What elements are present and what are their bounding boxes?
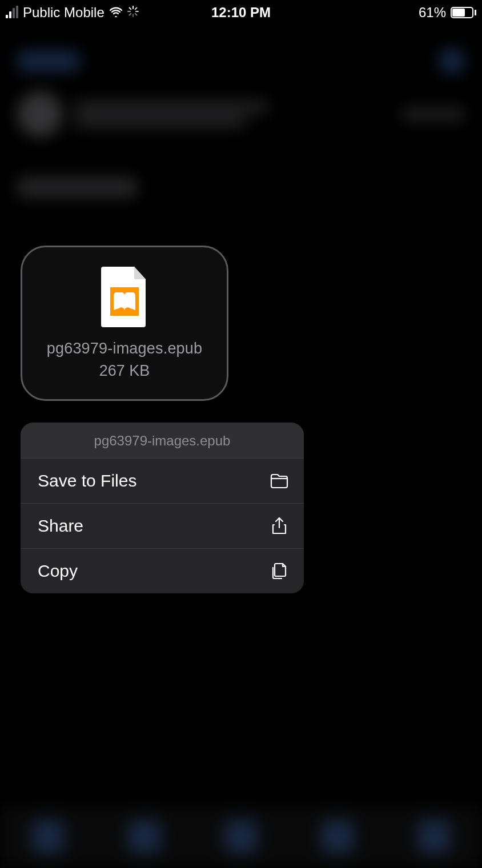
- status-bar: Public Mobile: [0, 0, 482, 25]
- save-to-files-item[interactable]: Save to Files: [21, 459, 304, 504]
- share-item[interactable]: Share: [21, 504, 304, 549]
- wifi-icon: [109, 5, 123, 21]
- copy-icon: [270, 561, 289, 581]
- carrier-label: Public Mobile: [23, 5, 105, 21]
- svg-line-7: [135, 8, 136, 10]
- status-right: 61%: [419, 5, 476, 21]
- share-icon: [270, 516, 289, 536]
- context-menu: pg63979-images.epub Save to Files Share …: [21, 423, 304, 593]
- share-label: Share: [38, 516, 83, 536]
- save-to-files-label: Save to Files: [38, 471, 136, 491]
- svg-line-4: [129, 8, 131, 10]
- file-name: pg63979-images.epub: [47, 340, 203, 357]
- folder-icon: [270, 471, 289, 491]
- battery-icon: [451, 7, 476, 18]
- svg-line-5: [135, 14, 136, 15]
- file-size: 267 KB: [99, 362, 150, 380]
- copy-label: Copy: [38, 561, 78, 581]
- epub-file-icon: [101, 267, 148, 327]
- svg-line-6: [129, 14, 131, 15]
- status-time: 12:10 PM: [211, 5, 271, 21]
- status-left: Public Mobile: [6, 5, 139, 21]
- file-preview-card[interactable]: pg63979-images.epub 267 KB: [21, 246, 228, 401]
- battery-percent: 61%: [419, 5, 446, 21]
- copy-item[interactable]: Copy: [21, 549, 304, 593]
- context-menu-title: pg63979-images.epub: [21, 423, 304, 459]
- cellular-signal-icon: [6, 7, 18, 18]
- activity-spinner-icon: [127, 5, 139, 21]
